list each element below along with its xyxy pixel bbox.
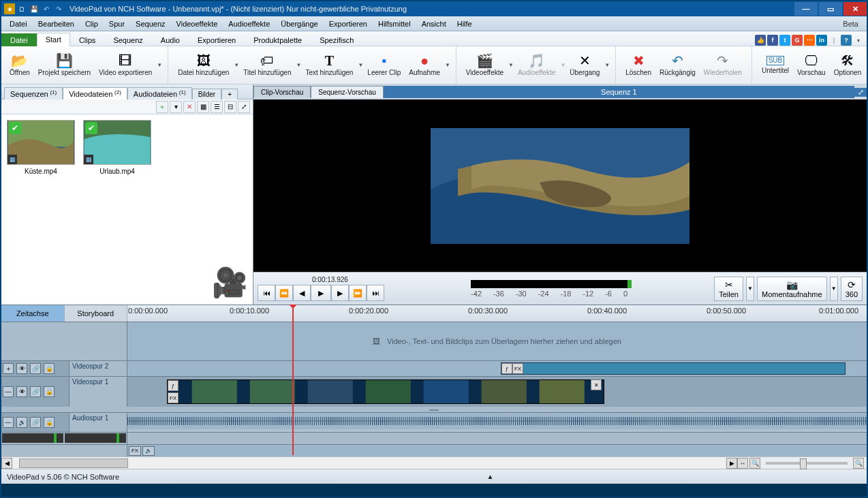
menu-uebergaenge[interactable]: Übergänge <box>275 18 323 29</box>
tab-zeitachse[interactable]: Zeitachse <box>1 305 65 322</box>
grip-icon[interactable]: ••••• <box>1 407 867 412</box>
tab-audio[interactable]: Audio <box>152 33 189 46</box>
dd1-icon[interactable]: ▼ <box>234 62 239 68</box>
menu-audioeffekte[interactable]: Audioeffekte <box>223 18 275 29</box>
export-dropdown-icon[interactable]: ▼ <box>157 62 162 68</box>
subtitle-button[interactable]: SUBUntertitel <box>758 46 793 84</box>
twitter-icon[interactable]: t <box>779 35 790 46</box>
snapshot-button[interactable]: 📷Momentaufnahme <box>757 277 827 301</box>
qa-new-icon[interactable]: 🗋 <box>16 3 27 14</box>
gplus-icon[interactable]: G <box>792 35 803 46</box>
maximize-button[interactable]: ▭ <box>819 2 842 16</box>
menu-hilfe[interactable]: Hilfe <box>452 18 478 29</box>
step-back-button[interactable]: ◀ <box>293 285 311 301</box>
overlay-dropzone[interactable]: 🖼Video-, Text- und Bildclips zum Überlag… <box>127 322 867 360</box>
track-link-icon[interactable]: 🔗 <box>30 363 41 374</box>
fx-icon[interactable]: ƒ <box>168 380 179 391</box>
tab-start[interactable]: Start <box>37 33 70 46</box>
tab-clip-vorschau[interactable]: Clip-Vorschau <box>253 86 311 98</box>
track-lane-a1[interactable] <box>127 413 867 432</box>
qa-undo-icon[interactable]: ↶ <box>41 3 52 14</box>
popout-icon[interactable]: ⤢ <box>854 88 867 97</box>
track-remove-icon[interactable]: — <box>3 417 14 428</box>
tab-clips[interactable]: Clips <box>70 33 104 46</box>
tab-produktpalette[interactable]: Produktpalette <box>245 33 311 46</box>
scroll-thumb[interactable] <box>19 458 128 468</box>
menu-ansicht[interactable]: Ansicht <box>416 18 452 29</box>
split-dd-icon[interactable]: ▼ <box>746 277 754 301</box>
preview-button[interactable]: 🖵Vorschau <box>793 46 830 84</box>
zoom-out-icon[interactable]: 🔍 <box>749 458 760 469</box>
v2-clip[interactable]: ƒFX <box>501 362 846 375</box>
bin-tab-sequenzen[interactable]: Sequenzen (1) <box>4 87 63 99</box>
add-text-button[interactable]: TText hinzufügen <box>301 46 357 84</box>
next-frame-button[interactable]: ⏩ <box>349 285 367 301</box>
track-lock-icon[interactable]: 🔒 <box>44 386 55 397</box>
bin-view1-icon[interactable]: ▦ <box>197 101 209 113</box>
blank-clip-button[interactable]: ▪Leerer Clip <box>363 46 405 84</box>
help-icon[interactable]: ? <box>841 35 852 46</box>
menu-sequenz[interactable]: Sequenz <box>130 18 170 29</box>
record-button[interactable]: ●Aufnahme <box>405 46 444 84</box>
tab-exportieren[interactable]: Exportieren <box>189 33 245 46</box>
video-viewer[interactable] <box>253 99 867 272</box>
track-link-icon[interactable]: 🔗 <box>30 417 41 428</box>
minimize-button[interactable]: — <box>794 2 818 16</box>
bin-add-icon[interactable]: ＋ <box>156 101 168 113</box>
step-fwd-button[interactable]: ▶ <box>331 285 349 301</box>
prev-frame-button[interactable]: ⏪ <box>275 285 293 301</box>
add-title-button[interactable]: 🏷Titel hinzufügen <box>239 46 295 84</box>
menu-bearbeiten[interactable]: Bearbeiten <box>33 18 80 29</box>
open-button[interactable]: 📂Öffnen <box>5 46 34 84</box>
track-link-icon[interactable]: 🔗 <box>30 386 41 397</box>
like-icon[interactable]: 👍 <box>755 35 766 46</box>
bin-tab-video[interactable]: Videodateien (2) <box>63 87 127 99</box>
share-icon[interactable]: ⋯ <box>804 35 815 46</box>
scroll-track[interactable] <box>14 458 725 469</box>
menu-clip[interactable]: Clip <box>80 18 104 29</box>
clip-thumb-2[interactable]: ▦ Urlaub.mp4 <box>83 120 151 175</box>
dd3-icon[interactable]: ▼ <box>358 62 363 68</box>
delete-button[interactable]: ✖Löschen <box>621 46 655 84</box>
dd7-icon[interactable]: ▼ <box>604 62 610 68</box>
snapshot-dd-icon[interactable]: ▼ <box>830 277 838 301</box>
track-eye-icon[interactable]: 👁 <box>16 386 27 397</box>
transition-button[interactable]: ✕Übergang <box>565 46 604 84</box>
r360-button[interactable]: ⟳360 <box>841 277 863 301</box>
bin-tab-audio[interactable]: Audiodateien (1) <box>127 87 192 99</box>
fx-icon[interactable]: ƒ <box>501 363 512 374</box>
time-ruler[interactable]: 0:00:00.000 0:00:10.000 0:00:20.000 0:00… <box>127 305 867 322</box>
end-fx-icon[interactable]: ✕ <box>591 379 602 390</box>
bin-tab-add[interactable]: + <box>221 89 238 99</box>
bin-dd-icon[interactable]: ▾ <box>170 101 182 113</box>
menu-spur[interactable]: Spur <box>104 18 130 29</box>
split-button[interactable]: ✂Teilen <box>714 277 743 301</box>
bin-delete-icon[interactable]: ✕ <box>183 101 196 113</box>
track-add-icon[interactable]: ＋ <box>3 363 14 374</box>
facebook-icon[interactable]: f <box>767 35 778 46</box>
add-file-button[interactable]: 🖼Datei hinzufügen <box>174 46 233 84</box>
menu-videoeffekte[interactable]: Videoeffekte <box>171 18 223 29</box>
zoom-in-icon[interactable]: 🔍 <box>853 458 864 469</box>
save-project-button[interactable]: 💾Projekt speichern <box>34 46 95 84</box>
fit-icon[interactable]: ↔ <box>737 458 748 469</box>
bin-view2-icon[interactable]: ☰ <box>211 101 223 113</box>
undo-button[interactable]: ↶Rückgängig <box>655 46 700 84</box>
track-lane-v2[interactable]: ƒFX <box>127 361 867 376</box>
export-video-button[interactable]: 🎞Video exportieren <box>95 46 156 84</box>
bin-popout-icon[interactable]: ⤢ <box>238 101 250 113</box>
menu-hilfsmittel[interactable]: Hilfsmittel <box>373 18 416 29</box>
tab-sequenz[interactable]: Sequenz <box>104 33 151 46</box>
track-lane-v1[interactable]: ƒ FX ✕ <box>127 377 867 407</box>
video-effects-button[interactable]: 🎬Videoeffekte <box>462 46 508 84</box>
clip-thumb-1[interactable]: ▦ Küste.mp4 <box>7 120 75 175</box>
goto-end-button[interactable]: ⏭ <box>367 285 384 301</box>
dd4-icon[interactable]: ▼ <box>445 62 450 68</box>
playhead[interactable] <box>292 305 294 455</box>
close-button[interactable]: ✕ <box>843 2 867 16</box>
bin-tab-bilder[interactable]: Bilder <box>192 89 222 99</box>
track-mute-icon[interactable]: 🔊 <box>16 417 27 428</box>
track-lock-icon[interactable]: 🔒 <box>44 417 55 428</box>
qa-save-icon[interactable]: 💾 <box>29 3 40 14</box>
tab-storyboard[interactable]: Storyboard <box>65 305 128 322</box>
